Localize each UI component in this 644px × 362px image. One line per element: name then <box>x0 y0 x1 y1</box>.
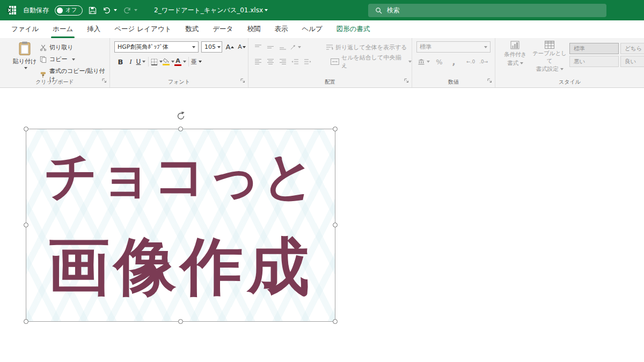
resize-handle-se[interactable] <box>333 319 338 324</box>
rotate-handle[interactable] <box>176 111 186 122</box>
conditional-formatting-button[interactable]: 条件付き 書式 <box>501 41 530 67</box>
cell-style-bad[interactable]: 悪い <box>569 56 619 67</box>
resize-handle-n[interactable] <box>178 127 183 131</box>
number-dialog-launcher[interactable] <box>487 77 492 85</box>
ruby-button[interactable]: 亜 <box>191 56 202 68</box>
align-center-button[interactable] <box>265 56 275 67</box>
cell-style-good[interactable]: 良い <box>620 56 644 67</box>
redo-button[interactable] <box>123 6 137 14</box>
percent-style-button[interactable]: % <box>434 56 444 67</box>
chevron-down-icon <box>142 61 145 63</box>
align-bottom-button[interactable] <box>277 42 288 53</box>
search-placeholder: 検索 <box>387 6 400 15</box>
chevron-down-icon <box>427 61 430 63</box>
conditional-formatting-label-1: 条件付き <box>504 51 526 58</box>
save-icon <box>89 6 97 14</box>
resize-handle-e[interactable] <box>333 223 338 227</box>
autosave-state-label: オフ <box>65 6 77 14</box>
worksheet-canvas[interactable]: チョコっと 画像作成 <box>0 88 644 362</box>
merge-center-icon <box>331 58 339 65</box>
tab-help[interactable]: ヘルプ <box>295 20 329 38</box>
currency-format-button[interactable] <box>418 56 430 67</box>
tab-shape-format[interactable]: 図形の書式 <box>330 20 377 38</box>
cut-label: 切り取り <box>49 43 74 51</box>
currency-icon <box>418 58 425 65</box>
resize-handle-nw[interactable] <box>24 127 28 131</box>
tab-data[interactable]: データ <box>206 20 240 38</box>
tab-review[interactable]: 校閲 <box>240 20 267 38</box>
decrease-font-size-button[interactable]: A <box>236 41 247 53</box>
wrap-text-button[interactable]: 折り返して全体を表示する <box>326 42 407 53</box>
conditional-formatting-label-2: 書式 <box>507 60 518 66</box>
align-middle-button[interactable] <box>265 42 275 53</box>
ribbon-group-font: HGP創英角ﾎﾟｯﾌﾟ体 105 A A B I U <box>110 38 248 87</box>
chevron-down-icon <box>24 67 27 69</box>
merge-center-button[interactable]: セルを結合して中央揃え <box>331 56 412 67</box>
format-as-table-label-2: 書式設定 <box>536 65 559 72</box>
increase-indent-button[interactable] <box>302 56 312 67</box>
decrease-decimal-button[interactable]: .0→ <box>479 59 488 64</box>
tab-home[interactable]: ホーム <box>46 20 80 38</box>
font-name-combo[interactable]: HGP創英角ﾎﾟｯﾌﾟ体 <box>114 41 199 53</box>
conditional-formatting-icon <box>510 41 520 50</box>
chevron-down-icon <box>520 62 523 64</box>
cut-button[interactable]: 切り取り <box>40 43 109 51</box>
fill-color-icon <box>163 58 170 65</box>
resize-handle-ne[interactable] <box>333 127 338 131</box>
tab-formulas[interactable]: 数式 <box>178 20 206 38</box>
paste-button[interactable]: 貼り付け <box>12 41 38 79</box>
increase-decimal-button[interactable]: ←.0 <box>466 59 475 64</box>
increase-font-size-label: A <box>226 43 231 51</box>
clipboard-dialog-launcher[interactable] <box>102 77 107 85</box>
font-dialog-launcher[interactable] <box>240 77 245 85</box>
cell-style-neutral[interactable]: どちら <box>620 43 644 54</box>
underline-button[interactable]: U <box>136 56 146 68</box>
ribbon: 貼り付け 切り取り コピー 書式のコピー/貼り付け クリップボード <box>0 38 644 88</box>
bold-button[interactable]: B <box>115 56 126 68</box>
resize-handle-s[interactable] <box>178 319 183 324</box>
fill-color-button[interactable] <box>163 56 174 68</box>
borders-button[interactable] <box>151 56 163 68</box>
chevron-down-icon <box>114 9 117 11</box>
chevron-down-icon <box>199 61 202 63</box>
alignment-group-label: 配置 <box>248 78 412 86</box>
undo-button[interactable] <box>103 6 117 14</box>
resize-handle-w[interactable] <box>24 223 28 227</box>
comma-style-button[interactable]: , <box>449 56 459 67</box>
resize-handle-sw[interactable] <box>24 319 28 324</box>
document-title[interactable]: 2_ワードアート_キャンバス_01.xlsx <box>154 0 268 20</box>
excel-app-icon[interactable] <box>6 5 17 16</box>
format-as-table-button[interactable]: テーブルとして 書式設定 <box>532 41 567 73</box>
tab-page-layout[interactable]: ページ レイアウト <box>107 20 178 38</box>
search-box[interactable]: 検索 <box>368 4 606 17</box>
font-color-icon: A <box>174 58 181 66</box>
tab-file[interactable]: ファイル <box>4 20 46 38</box>
font-group-label: フォント <box>110 78 248 86</box>
orientation-button[interactable] <box>290 42 301 53</box>
decrease-indent-button[interactable] <box>290 56 300 67</box>
autosave-toggle[interactable]: オフ <box>55 5 83 16</box>
wordart-object[interactable]: チョコっと 画像作成 <box>26 129 335 322</box>
font-color-button[interactable]: A <box>174 56 186 68</box>
align-right-button[interactable] <box>277 56 288 67</box>
italic-button[interactable]: I <box>126 56 136 68</box>
cell-style-normal[interactable]: 標準 <box>569 43 619 54</box>
alignment-dialog-launcher[interactable] <box>404 77 409 85</box>
tab-insert[interactable]: 挿入 <box>80 20 107 38</box>
font-name-value: HGP創英角ﾎﾟｯﾌﾟ体 <box>118 43 169 51</box>
tab-view[interactable]: 表示 <box>267 20 295 38</box>
font-size-combo[interactable]: 105 <box>201 41 222 53</box>
orientation-icon <box>290 44 296 50</box>
wordart-text-line1: チョコっと <box>26 150 335 202</box>
chevron-down-icon <box>298 46 301 48</box>
font-size-value: 105 <box>204 43 216 50</box>
increase-font-size-button[interactable]: A <box>224 41 236 53</box>
ribbon-group-alignment: 折り返して全体を表示する セルを結合して中央揃え 配置 <box>248 38 412 87</box>
number-format-value: 標準 <box>420 43 431 51</box>
align-top-button[interactable] <box>253 42 263 53</box>
save-button[interactable] <box>89 6 97 14</box>
number-format-combo[interactable]: 標準 <box>416 41 491 53</box>
copy-button[interactable]: コピー <box>40 55 109 63</box>
document-title-text: 2_ワードアート_キャンバス_01.xlsx <box>154 6 263 15</box>
align-left-button[interactable] <box>253 56 263 67</box>
